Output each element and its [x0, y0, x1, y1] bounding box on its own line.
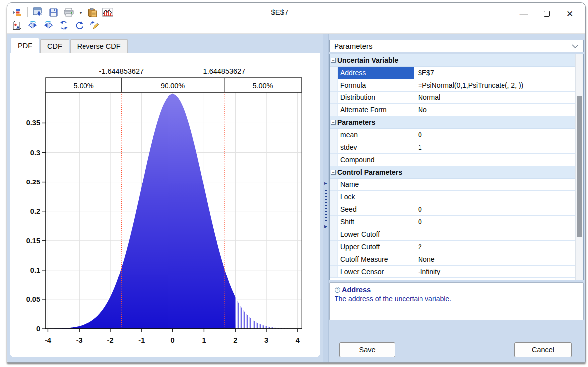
help-icon: ? — [335, 287, 340, 293]
row-value[interactable] — [414, 154, 575, 166]
splitter-grip[interactable] — [325, 190, 327, 221]
row-value[interactable] — [414, 179, 575, 190]
save-icon[interactable] — [47, 6, 60, 18]
row-value[interactable]: -Infinity — [414, 266, 575, 277]
toolbar-row-2 — [11, 19, 101, 31]
flip-vertical-icon[interactable] — [57, 19, 70, 31]
paste-icon[interactable] — [86, 6, 99, 18]
svg-text:0: 0 — [171, 336, 175, 344]
window-title: $E$7 — [271, 8, 288, 16]
grid-row-compound[interactable]: Compound — [330, 154, 575, 166]
row-value[interactable] — [414, 191, 575, 203]
copy-chart-icon[interactable] — [31, 6, 44, 18]
tab-reverse-cdf[interactable]: Reverse CDF — [70, 39, 128, 53]
svg-text:5.00%: 5.00% — [74, 82, 94, 90]
edit-points-icon[interactable] — [88, 19, 101, 31]
cancel-button[interactable]: Cancel — [514, 342, 572, 357]
grid-row-stdev[interactable]: stdev1 — [330, 141, 575, 154]
toolbar-separator — [27, 7, 28, 17]
maximize-button[interactable] — [535, 5, 558, 23]
row-label[interactable]: Shift — [338, 216, 414, 228]
grid-row-formula[interactable]: Formula=PsiNormal(0,1,PsiTruncate(, 2, )… — [330, 79, 575, 92]
grid-row-seed[interactable]: Seed0 — [330, 203, 575, 216]
print-icon[interactable] — [62, 6, 75, 18]
row-label[interactable]: Distribution — [338, 92, 414, 103]
grid-section-uncertain-variable[interactable]: −Uncertain Variable — [330, 54, 575, 67]
panel-selector[interactable]: Parameters — [329, 40, 584, 52]
svg-text:-1: -1 — [138, 336, 145, 344]
row-value[interactable]: 2 — [414, 241, 575, 253]
row-value[interactable]: $E$7 — [414, 67, 575, 79]
collapse-icon[interactable]: − — [331, 120, 336, 125]
row-label[interactable]: mean — [338, 129, 414, 141]
grid-scrollbar-thumb[interactable] — [577, 96, 582, 237]
tab-cdf[interactable]: CDF — [40, 39, 69, 53]
row-label[interactable]: Name — [338, 179, 414, 190]
close-button[interactable]: ✕ — [558, 5, 581, 23]
pdf-curve — [50, 94, 236, 329]
collapse-icon[interactable]: − — [331, 170, 336, 175]
grid-row-lower-censor[interactable]: Lower Censor-Infinity — [330, 266, 575, 278]
row-label[interactable]: Address — [338, 67, 414, 79]
property-grid: −Uncertain VariableAddress$E$7Formula=Ps… — [329, 54, 584, 280]
collapse-icon[interactable]: − — [331, 58, 336, 63]
row-label[interactable]: Lock — [338, 191, 414, 203]
flip-right-icon[interactable] — [42, 19, 55, 31]
row-gutter — [330, 266, 338, 277]
row-label[interactable]: Cutoff Measure — [338, 253, 414, 265]
grid-row-address[interactable]: Address$E$7 — [330, 67, 575, 79]
flip-left-icon[interactable] — [26, 19, 39, 31]
row-label[interactable]: Formula — [338, 79, 414, 91]
row-gutter — [330, 79, 338, 91]
grid-section-parameters[interactable]: −Parameters — [330, 116, 575, 129]
tab-pdf[interactable]: PDF — [11, 38, 39, 53]
print-dropdown-icon[interactable]: ▾ — [78, 6, 84, 18]
grid-row-lock[interactable]: Lock — [330, 191, 575, 203]
row-value[interactable]: 0 — [414, 216, 575, 228]
row-gutter — [330, 241, 338, 253]
grid-row-cutoff-measure[interactable]: Cutoff MeasureNone — [330, 253, 575, 266]
grid-row-lower-cutoff[interactable]: Lower Cutoff — [330, 228, 575, 241]
grid-section-control-parameters[interactable]: −Control Parameters — [330, 166, 575, 179]
grid-scrollbar[interactable] — [575, 54, 583, 280]
row-value[interactable] — [414, 228, 575, 240]
row-value[interactable]: None — [414, 253, 575, 265]
grid-row-shift[interactable]: Shift0 — [330, 216, 575, 228]
row-value[interactable]: 0 — [414, 203, 575, 215]
grid-row-upper-cutoff[interactable]: Upper Cutoff2 — [330, 241, 575, 253]
minimize-button[interactable]: — — [512, 5, 535, 23]
row-value[interactable]: Normal — [414, 92, 575, 103]
row-label[interactable]: Alternate Form — [338, 104, 414, 116]
row-label[interactable]: Compound — [338, 154, 414, 166]
row-value[interactable]: 0 — [414, 129, 575, 141]
copy-image-icon[interactable] — [11, 19, 24, 31]
panel-splitter[interactable]: ▶ ▶ — [323, 34, 329, 362]
title-bar[interactable]: ▾ — [7, 3, 585, 34]
row-value[interactable]: No — [414, 104, 575, 116]
grid-row-alternate-form[interactable]: Alternate FormNo — [330, 104, 575, 116]
rotate-icon[interactable] — [73, 19, 85, 31]
save-button[interactable]: Save — [339, 342, 395, 357]
row-gutter — [330, 191, 338, 203]
svg-text:0.35: 0.35 — [26, 119, 40, 127]
splitter-arrow-icon[interactable]: ▶ — [324, 224, 327, 229]
row-label[interactable]: Upper Cutoff — [338, 241, 414, 253]
svg-text:-1.644853627: -1.644853627 — [99, 67, 144, 75]
row-value[interactable]: =PsiNormal(0,1,PsiTruncate(, 2, )) — [414, 79, 575, 91]
grid-row-name[interactable]: Name — [330, 179, 575, 191]
row-label[interactable]: Lower Censor — [338, 266, 414, 277]
help-topic-link[interactable]: Address — [342, 286, 371, 294]
row-label[interactable]: Lower Cutoff — [338, 228, 414, 240]
row-gutter — [330, 104, 338, 116]
svg-text:0: 0 — [36, 325, 40, 333]
histogram-icon[interactable] — [101, 6, 114, 18]
chart-options-icon[interactable] — [11, 6, 24, 18]
grid-row-distribution[interactable]: DistributionNormal — [330, 92, 575, 104]
row-label[interactable]: Seed — [338, 203, 414, 215]
splitter-arrow-icon[interactable]: ▶ — [324, 181, 327, 185]
row-label[interactable]: stdev — [338, 141, 414, 153]
grid-row-mean[interactable]: mean0 — [330, 129, 575, 141]
svg-text:5.00%: 5.00% — [252, 82, 273, 90]
pdf-chart[interactable]: -4-3-2-10123400.050.10.150.20.250.30.355… — [10, 53, 320, 357]
row-value[interactable]: 1 — [414, 141, 575, 153]
